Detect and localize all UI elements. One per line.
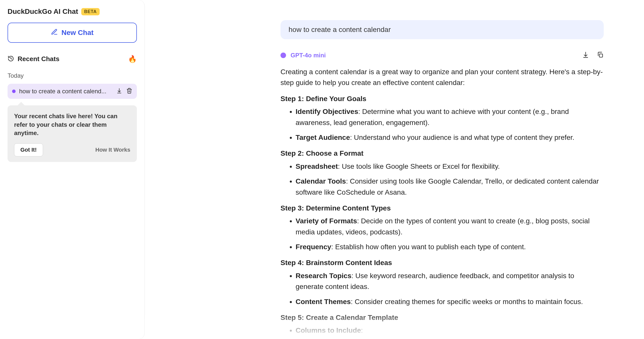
info-card: Your recent chats live here! You can ref…: [8, 105, 137, 162]
list-item: Spreadsheet: Use tools like Google Sheet…: [296, 161, 604, 172]
new-chat-label: New Chat: [61, 29, 94, 37]
step-heading: Step 5: Create a Calendar Template: [280, 312, 604, 323]
brand-row: DuckDuckGo AI Chat BETA: [8, 8, 137, 16]
list-item: Variety of Formats: Decide on the types …: [296, 216, 604, 237]
pencil-icon: [51, 28, 58, 37]
list-item: Calendar Tools: Consider using tools lik…: [296, 176, 604, 198]
step-list: Variety of Formats: Decide on the types …: [280, 216, 604, 252]
model-name: GPT-4o mini: [291, 52, 326, 59]
step-list: Columns to Include:: [280, 325, 604, 336]
svg-rect-6: [599, 54, 603, 57]
step-list: Identify Objectives: Determine what you …: [280, 106, 604, 143]
beta-badge: BETA: [81, 8, 100, 15]
got-it-button[interactable]: Got It!: [14, 143, 43, 156]
list-item: Columns to Include:: [296, 325, 604, 336]
assistant-header: GPT-4o mini: [280, 51, 604, 59]
svg-line-1: [11, 59, 12, 59]
list-item: Target Audience: Understand who your aud…: [296, 132, 604, 143]
assistant-response: Creating a content calendar is a great w…: [280, 66, 604, 336]
model-dot-icon: [12, 90, 16, 93]
list-item: Content Themes: Consider creating themes…: [296, 296, 604, 307]
user-message: how to create a content calendar: [280, 20, 604, 39]
chat-item-title: how to create a content calend...: [19, 88, 113, 95]
download-icon[interactable]: [582, 51, 589, 59]
how-it-works-link[interactable]: How It Works: [95, 147, 130, 153]
step-list: Research Topics: Use keyword research, a…: [280, 270, 604, 307]
today-label: Today: [8, 72, 137, 79]
main-content: how to create a content calendar GPT-4o …: [145, 0, 644, 339]
info-card-text: Your recent chats live here! You can ref…: [14, 112, 130, 137]
list-item: Frequency: Establish how often you want …: [296, 241, 604, 252]
new-chat-button[interactable]: New Chat: [8, 23, 137, 43]
recent-chats-header: Recent Chats 🔥: [8, 55, 137, 63]
step-heading: Step 2: Choose a Format: [280, 148, 604, 159]
download-icon[interactable]: [116, 88, 122, 95]
chat-item[interactable]: how to create a content calend...: [8, 84, 137, 99]
response-intro: Creating a content calendar is a great w…: [280, 66, 604, 88]
model-dot-icon: [280, 53, 286, 58]
list-item: Research Topics: Use keyword research, a…: [296, 270, 604, 292]
copy-icon[interactable]: [597, 51, 604, 59]
list-item: Identify Objectives: Determine what you …: [296, 106, 604, 128]
step-heading: Step 4: Brainstorm Content Ideas: [280, 257, 604, 268]
history-icon: [8, 55, 14, 63]
recent-chats-title: Recent Chats: [18, 55, 59, 63]
step-heading: Step 3: Determine Content Types: [280, 203, 604, 214]
step-heading: Step 1: Define Your Goals: [280, 93, 604, 104]
step-list: Spreadsheet: Use tools like Google Sheet…: [280, 161, 604, 198]
fire-icon[interactable]: 🔥: [128, 55, 137, 63]
brand-title: DuckDuckGo AI Chat: [8, 8, 78, 16]
trash-icon[interactable]: [126, 88, 132, 95]
sidebar: DuckDuckGo AI Chat BETA New Chat Recent …: [0, 0, 145, 339]
